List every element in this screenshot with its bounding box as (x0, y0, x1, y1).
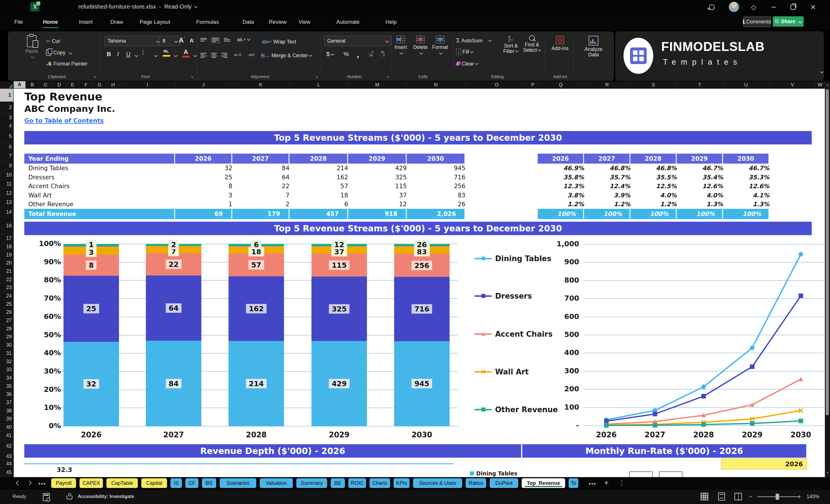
zoom-in-button[interactable]: + (797, 493, 801, 501)
merge-center-button[interactable]: ⊞↔ Merge & Center (261, 52, 312, 59)
column-header-B[interactable]: B (26, 81, 39, 89)
ribbon-tab-help[interactable]: Help (384, 17, 398, 27)
row-header-11[interactable]: 11 (0, 180, 14, 189)
column-header-S[interactable]: S (630, 81, 677, 89)
find-select-button[interactable]: Find &Select (522, 35, 542, 53)
format-cells-button[interactable]: Format (432, 36, 448, 54)
row-header-40[interactable]: 40 (0, 423, 14, 432)
close-button[interactable]: × (809, 3, 818, 11)
row-header-7[interactable]: 7 (0, 151, 14, 161)
column-header-G[interactable]: G (93, 81, 106, 89)
number-dialog-launcher[interactable]: ↘ (386, 74, 389, 78)
row-header-37[interactable]: 37 (0, 399, 14, 407)
column-header-P[interactable]: P (528, 81, 538, 89)
column-header-I[interactable]: I (120, 81, 175, 89)
scroll-down-icon[interactable]: ▼ (826, 471, 829, 474)
sheet-canvas[interactable]: Top Revenue ABC Company Inc. Go to Table… (14, 89, 825, 477)
column-header-E[interactable]: E (66, 81, 79, 89)
align-left-icon[interactable] (200, 53, 207, 58)
column-header-C[interactable]: C (39, 81, 53, 89)
column-header-V[interactable]: V (769, 81, 816, 89)
tab-options-icon[interactable]: ⋮ (618, 479, 625, 487)
font-color-button[interactable]: A (182, 48, 190, 58)
fill-color-button[interactable] (163, 50, 170, 57)
autosum-button[interactable]: Σ AutoSum (456, 37, 491, 44)
accessibility-status[interactable]: Accessibility: Investigate (78, 494, 134, 499)
row-header-19[interactable]: 19 (0, 251, 14, 259)
column-header-W[interactable]: W (816, 81, 825, 89)
row-header-36[interactable]: 36 (0, 390, 14, 399)
run-rate-year-cell[interactable]: 2026 (721, 458, 807, 470)
column-header-T[interactable]: T (677, 81, 723, 89)
row-header-41[interactable]: 41 (0, 431, 14, 440)
row-header-20[interactable]: 20 (0, 259, 14, 267)
row-header-33[interactable]: 33 (0, 366, 14, 374)
macro-record-icon[interactable] (43, 493, 50, 501)
paste-button[interactable]: Paste (21, 35, 43, 58)
fill-button[interactable]: ↓ Fill (456, 49, 473, 55)
scroll-up-icon[interactable]: ▲ (826, 83, 829, 86)
cut-button[interactable]: ✂ Cut (46, 38, 60, 44)
share-button[interactable]: ⎋Share (773, 16, 804, 27)
increase-decimal-button[interactable]: ←.0.00 (368, 51, 373, 57)
sheet-tab-payroll[interactable]: Payroll (51, 478, 76, 488)
title-dropdown-chevron-icon[interactable] (194, 5, 198, 8)
row-header-23[interactable]: 23 (0, 284, 14, 292)
row-header-27[interactable]: 27 (0, 317, 14, 325)
sheet-tab-summary[interactable]: Summary (296, 478, 327, 488)
column-header-R[interactable]: R (584, 81, 630, 89)
ribbon-tab-insert[interactable]: Insert (78, 17, 94, 27)
sheet-tab-ratios[interactable]: Ratios (466, 478, 486, 488)
row-header-1[interactable]: 1 (0, 89, 14, 102)
row-header-24[interactable]: 24 (0, 292, 14, 300)
sheet-tab-be[interactable]: BE (331, 478, 345, 488)
avatar[interactable] (729, 2, 739, 12)
row-header-9[interactable]: 9 (0, 161, 14, 170)
comma-format-button[interactable]: , (357, 50, 359, 59)
sheet-tab-sources-uses[interactable]: Sources & Uses (413, 478, 462, 488)
normal-view-icon[interactable] (700, 493, 709, 501)
sheet-tab-is[interactable]: IS (170, 478, 182, 488)
row-header-42[interactable]: 42 (0, 440, 14, 453)
middle-align-icon[interactable] (211, 37, 220, 43)
orientation-button[interactable]: ab↗ (237, 37, 250, 42)
increase-font-icon[interactable]: Aˆ (179, 36, 185, 44)
ribbon-tab-view[interactable]: View (297, 17, 312, 27)
ribbon-tab-automate[interactable]: Automate (335, 17, 361, 27)
comments-button[interactable]: Comments (743, 16, 771, 27)
bold-button[interactable]: B (107, 51, 111, 58)
ribbon-tab-home[interactable]: Home (42, 17, 59, 27)
format-painter-button[interactable]: Format Painter (46, 61, 88, 67)
sheet-tab-scenarios[interactable]: Scenarios (220, 478, 256, 488)
decrease-decimal-button[interactable]: .00→.0 (380, 51, 385, 57)
ribbon-tab-formulas[interactable]: Formulas (195, 17, 220, 27)
ribbon-tab-draw[interactable]: Draw (109, 17, 124, 27)
column-header-D[interactable]: D (53, 81, 66, 89)
row-header-14[interactable]: 14 (0, 207, 14, 217)
column-header-O[interactable]: O (465, 81, 528, 89)
sheet-tab-top-revenue[interactable]: Top_Revenue (522, 478, 565, 488)
sheet-tab-charts[interactable]: Charts (370, 478, 390, 488)
vertical-scrollbar[interactable]: ▲ ▼ (825, 81, 830, 477)
sheet-tab-valuation[interactable]: Valuation (260, 478, 293, 488)
alignment-dialog-launcher[interactable]: ↘ (315, 74, 318, 78)
row-header-28[interactable]: 28 (0, 325, 14, 333)
zoom-slider-thumb[interactable] (776, 494, 779, 500)
row-header-31[interactable]: 31 (0, 350, 14, 358)
number-format-select[interactable]: General (324, 36, 391, 46)
percent-format-button[interactable]: % (344, 51, 349, 58)
column-header-A[interactable]: A (14, 81, 26, 89)
row-header-3[interactable]: 3 (0, 113, 14, 122)
row-header-21[interactable]: 21 (0, 267, 14, 276)
row-header-38[interactable]: 38 (0, 407, 14, 415)
premium-diamond-icon[interactable]: ◇ (749, 3, 758, 11)
delete-cells-button[interactable]: Delete (413, 36, 428, 54)
row-header-12[interactable]: 12 (0, 189, 14, 198)
align-center-icon[interactable] (211, 53, 217, 58)
row-header-30[interactable]: 30 (0, 341, 14, 350)
decrease-indent-icon[interactable]: ⇤≡ (234, 52, 242, 58)
row-header-16[interactable]: 16 (0, 217, 14, 234)
sheet-tab-roic[interactable]: ROIC (348, 478, 366, 488)
fill-chevron-icon[interactable] (174, 54, 178, 57)
sheet-tab-captable[interactable]: CapTable (106, 478, 138, 488)
